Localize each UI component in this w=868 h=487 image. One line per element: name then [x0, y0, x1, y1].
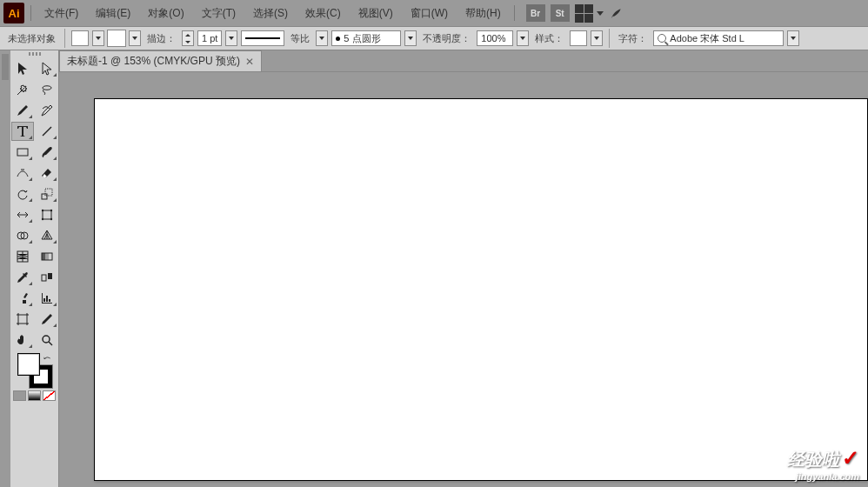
menu-effect[interactable]: 效果(C) [298, 3, 348, 24]
font-name-value: Adobe 宋体 Std L [670, 32, 744, 45]
style-label: 样式： [532, 32, 566, 45]
brush-def-preview[interactable]: 5 点圆形 [331, 30, 401, 46]
eraser-tool[interactable] [36, 163, 58, 183]
scale-tool[interactable] [36, 184, 58, 203]
svg-point-6 [50, 210, 51, 211]
var-width-dropdown[interactable] [316, 30, 328, 46]
ai-logo: Ai [3, 3, 24, 23]
perspective-grid-tool[interactable] [36, 226, 58, 245]
menu-type[interactable]: 文字(T) [195, 3, 243, 24]
watermark: 经验啦 ✓ jingyanla.com [787, 446, 859, 482]
svg-rect-1 [17, 149, 28, 156]
width-tool[interactable] [11, 205, 34, 224]
blend-tool[interactable] [36, 268, 58, 287]
var-width-profile[interactable] [241, 30, 284, 46]
free-transform-tool[interactable] [36, 205, 58, 224]
svg-rect-3 [45, 189, 52, 196]
menu-edit[interactable]: 编辑(E) [89, 3, 137, 24]
menu-file[interactable]: 文件(F) [37, 3, 85, 24]
column-graph-tool[interactable] [36, 289, 58, 308]
watermark-brand: 经验啦 [787, 450, 839, 469]
search-icon [658, 34, 666, 43]
selection-status: 未选择对象 [5, 32, 58, 45]
fill-dropdown[interactable] [92, 30, 104, 46]
stroke-dropdown[interactable] [129, 30, 141, 46]
line-tool[interactable] [36, 122, 58, 141]
symbol-sprayer-tool[interactable] [11, 289, 34, 308]
menu-help[interactable]: 帮助(H) [458, 3, 508, 24]
eyedropper-tool[interactable] [11, 268, 34, 287]
svg-point-8 [50, 218, 51, 220]
curvature-tool[interactable] [36, 101, 58, 120]
brush-def-label: 5 点圆形 [344, 32, 380, 45]
style-dropdown[interactable] [591, 30, 603, 46]
svg-point-16 [43, 336, 50, 343]
color-mode-solid[interactable] [13, 390, 26, 401]
svg-rect-14 [48, 273, 52, 279]
svg-line-0 [43, 127, 51, 136]
color-mode-gradient[interactable] [28, 390, 41, 401]
pen-tool[interactable] [11, 101, 34, 120]
menu-select[interactable]: 选择(S) [246, 3, 295, 24]
mesh-tool[interactable] [11, 247, 34, 266]
menu-window[interactable]: 窗口(W) [404, 3, 455, 24]
brush-def-dropdown[interactable] [404, 30, 417, 46]
font-dropdown[interactable] [787, 30, 799, 46]
svg-rect-13 [42, 275, 46, 281]
direct-selection-tool[interactable] [36, 59, 58, 78]
shaper-tool[interactable] [11, 163, 34, 183]
bridge-icon[interactable]: Br [526, 4, 545, 22]
lasso-tool[interactable] [36, 80, 58, 99]
menu-object[interactable]: 对象(O) [141, 3, 190, 24]
uniform-label: 等比 [288, 32, 312, 45]
opacity-input[interactable]: 100% [477, 30, 513, 46]
char-label: 字符： [616, 32, 650, 45]
stock-icon[interactable]: St [551, 4, 570, 22]
svg-point-7 [41, 218, 43, 220]
svg-rect-2 [42, 194, 47, 199]
svg-line-17 [49, 342, 52, 345]
opacity-dropdown[interactable] [517, 30, 529, 46]
fill-color[interactable] [17, 353, 40, 376]
fill-swatch[interactable] [71, 30, 89, 46]
color-mode-none[interactable] [43, 390, 56, 401]
magic-wand-tool[interactable] [11, 80, 34, 99]
stroke-weight-input[interactable]: 1 pt [197, 30, 222, 46]
slice-tool[interactable] [36, 310, 58, 329]
stroke-swatch[interactable] [108, 30, 125, 46]
hand-tool[interactable] [11, 330, 34, 350]
feather-icon[interactable] [609, 6, 624, 20]
stroke-weight-spinner[interactable] [182, 30, 194, 46]
shape-builder-tool[interactable] [11, 226, 34, 245]
svg-rect-15 [18, 315, 27, 324]
svg-point-5 [41, 210, 43, 211]
gradient-tool[interactable] [36, 247, 58, 266]
paintbrush-tool[interactable] [36, 143, 58, 162]
toolbox: ⤺ [10, 50, 59, 487]
svg-rect-4 [43, 210, 51, 219]
opacity-label: 不透明度： [420, 32, 473, 45]
document-tab-title: 未标题-1 @ 153% (CMYK/GPU 预览) [67, 54, 240, 69]
close-tab-icon[interactable]: ✕ [245, 56, 254, 68]
watermark-url: jingyanla.com [787, 471, 859, 482]
swap-fill-stroke[interactable]: ⤺ [43, 353, 50, 363]
arrange-docs-button[interactable] [575, 4, 604, 23]
menu-view[interactable]: 视图(V) [351, 3, 400, 24]
zoom-tool[interactable] [36, 330, 58, 350]
selection-tool[interactable] [11, 59, 34, 78]
rotate-tool[interactable] [11, 184, 34, 203]
style-swatch[interactable] [570, 30, 587, 46]
stroke-weight-dropdown[interactable] [225, 30, 237, 46]
dock-expand-handle[interactable] [2, 54, 9, 80]
artboard-tool[interactable] [11, 310, 34, 329]
artboard[interactable] [94, 98, 868, 481]
type-tool[interactable] [11, 122, 34, 141]
font-family-input[interactable]: Adobe 宋体 Std L [653, 30, 784, 46]
stroke-label: 描边： [144, 32, 178, 45]
document-tab[interactable]: 未标题-1 @ 153% (CMYK/GPU 预览) ✕ [59, 50, 262, 71]
rectangle-tool[interactable] [11, 143, 34, 162]
